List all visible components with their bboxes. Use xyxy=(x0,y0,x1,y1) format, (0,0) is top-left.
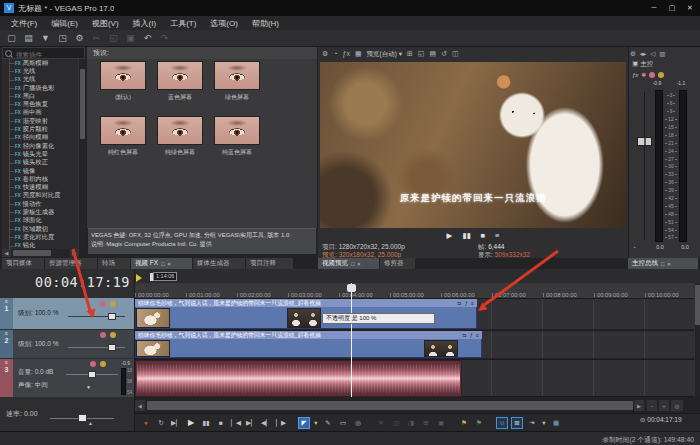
timeline-marker[interactable]: 1:14:06 xyxy=(150,272,177,281)
next-frame-button[interactable]: ▏▶ xyxy=(275,417,287,429)
timeline-time-display[interactable]: 00:04:17:19 xyxy=(2,272,130,292)
track-header-video-1[interactable]: ≡ 1 级别: 100.0 % xyxy=(0,298,134,329)
track-row-video-2[interactable]: 猫咪你毛吵啥，气到说人话，原来是护犊的带回来一只流浪猫_好看视频 ⇆ ƒ ≡ xyxy=(135,330,694,358)
scroll-right-button[interactable]: ▶ xyxy=(634,400,644,411)
menu-item[interactable]: 插入(I) xyxy=(126,18,164,29)
zoom-out-button[interactable]: − xyxy=(647,400,657,411)
level-slider-handle[interactable] xyxy=(108,344,116,351)
track-header-audio-3[interactable]: ≡ 3 -0.9 音量: 0.0 dB 声像: 中间 ▼ 183854 xyxy=(0,359,134,397)
scrollbar-thumb[interactable] xyxy=(147,401,633,410)
menu-item[interactable]: 选项(O) xyxy=(203,18,245,29)
preset-item[interactable]: 绿色屏幕 xyxy=(214,61,260,116)
hscroll-right-button[interactable]: ▶ xyxy=(70,249,79,257)
toolbar-icon[interactable]: ↷ xyxy=(159,33,170,43)
volume-slider-handle[interactable] xyxy=(88,371,96,378)
preset-item[interactable]: 纯绿色屏幕 xyxy=(157,116,203,171)
preview-toolbar-icon[interactable]: ▦ xyxy=(355,50,362,58)
track-mute-icon[interactable] xyxy=(100,332,106,338)
menu-item[interactable]: 视图(V) xyxy=(85,18,126,29)
preview-transport-button[interactable]: ▮▮ xyxy=(462,231,470,240)
insert-marker-button[interactable]: ⚑ xyxy=(458,417,470,429)
toolbar-icon[interactable]: ▢ xyxy=(6,33,17,43)
split-button[interactable]: ✕ xyxy=(375,417,387,429)
scrollbar-thumb[interactable] xyxy=(80,69,85,139)
track-menu-icon[interactable]: ≡ xyxy=(5,359,8,366)
loop-region-marker-icon[interactable] xyxy=(136,274,142,282)
ripple-dropdown-icon[interactable]: ▾ xyxy=(541,417,547,429)
level-slider-handle[interactable] xyxy=(108,313,116,320)
timeline-vscrollbar[interactable] xyxy=(694,283,700,397)
pause-button[interactable]: ▮▮ xyxy=(200,417,212,429)
menu-item[interactable]: 文件(F) xyxy=(4,18,44,29)
tab-trimmer[interactable]: 修剪器 xyxy=(380,258,416,269)
toolbar-icon[interactable]: ▣ xyxy=(125,33,136,43)
trim-start-button[interactable]: ◫ xyxy=(390,417,402,429)
quantize-to-frames-button[interactable]: ⊠ xyxy=(511,417,523,429)
timeline-hscrollbar[interactable]: ◀ ▶ − + ◎ xyxy=(135,399,700,412)
level-slider-track[interactable] xyxy=(68,347,125,348)
tab-close-icon[interactable]: × xyxy=(667,261,670,267)
master-fx-icon[interactable]: ƒx xyxy=(632,72,638,78)
video-event-2[interactable]: 猫咪你毛吵啥，气到说人话，原来是护犊的带回来一只流浪猫_好看视频 ⇆ ƒ ≡ xyxy=(135,331,482,358)
misc-tool-icon[interactable]: ▦ xyxy=(550,417,562,429)
fx-effect-item[interactable]: FX 光线 xyxy=(2,67,78,75)
pan-center-marker[interactable]: ▼ xyxy=(86,384,91,390)
fx-effect-item[interactable]: FX 柔化对比度 xyxy=(2,233,78,241)
fx-effect-item[interactable]: FX 高斯模糊 xyxy=(2,59,78,67)
zoom-tool-button[interactable]: ◎ xyxy=(352,417,364,429)
toolbar-icon[interactable]: ▼ xyxy=(40,33,51,43)
fx-effect-item[interactable]: FX 广播级色彩 xyxy=(2,84,78,92)
track-menu-icon[interactable]: ≡ xyxy=(5,330,8,337)
tab-explorer[interactable]: 资源管理器 xyxy=(45,258,98,269)
preset-item[interactable]: 纯蓝色屏幕 xyxy=(214,116,260,171)
preset-item[interactable]: 纯红色屏幕 xyxy=(100,116,146,171)
preview-toolbar-icon[interactable]: ◱ xyxy=(418,50,425,58)
track-row-audio-3[interactable] xyxy=(135,359,694,397)
toolbar-icon[interactable]: ↶ xyxy=(142,33,153,43)
go-to-end-button[interactable]: ▶▏ xyxy=(245,417,257,429)
preset-item[interactable]: 蓝色屏幕 xyxy=(157,61,203,116)
track-solo-icon[interactable] xyxy=(110,301,116,307)
hscroll-left-button[interactable]: ◀ xyxy=(2,249,11,257)
plugin-chain-icon[interactable]: ✱ xyxy=(641,71,646,78)
tab-transitions[interactable]: 转场 xyxy=(98,258,131,269)
track-solo-icon[interactable] xyxy=(100,361,106,367)
scrollbar-thumb[interactable] xyxy=(13,250,51,256)
tab-float-icon[interactable]: □ xyxy=(351,261,354,267)
event-buttons-icon[interactable]: ⇆ ƒ ≡ xyxy=(457,299,475,307)
preview-toolbar-icon[interactable]: ◔ xyxy=(333,50,337,58)
track-tab[interactable]: ≡ 3 xyxy=(0,359,13,397)
tab-close-icon[interactable]: × xyxy=(167,261,170,267)
solo-icon[interactable] xyxy=(658,72,664,78)
tab-project-media[interactable]: 项目媒体 xyxy=(2,258,45,269)
preview-toolbar-icon[interactable]: ƒx xyxy=(343,50,350,58)
master-toolbar-icon[interactable]: ⚙ xyxy=(630,50,636,58)
menu-item[interactable]: 帮助(H) xyxy=(245,18,286,29)
track-menu-icon[interactable]: ≡ xyxy=(5,298,8,305)
preview-toolbar-icon[interactable]: ⊞ xyxy=(407,50,413,58)
lock-icon[interactable]: ▪ xyxy=(634,244,636,250)
zoom-in-button[interactable]: + xyxy=(659,400,669,411)
title-bar[interactable]: V 无标题 * - VEGAS Pro 17.0 xyxy=(0,0,700,16)
fx-list-scrollbar[interactable] xyxy=(78,59,86,249)
track-tab[interactable]: ≡ 2 xyxy=(0,330,13,358)
track-solo-icon[interactable] xyxy=(110,332,116,338)
master-fader-handle[interactable] xyxy=(637,137,652,146)
tab-float-icon[interactable]: □ xyxy=(661,261,664,267)
tab-master-bus[interactable]: 主控总线 □ × xyxy=(628,258,699,269)
toolbar-icon[interactable]: ◳ xyxy=(57,33,68,43)
close-button[interactable]: ✕ xyxy=(681,0,699,15)
tab-project-notes[interactable]: 项目注释 xyxy=(246,258,294,269)
trim-end-button[interactable]: ◨ xyxy=(405,417,417,429)
group-button[interactable]: ⊞ xyxy=(420,417,432,429)
preview-transport-button[interactable]: ■ xyxy=(481,231,486,240)
loop-playback-button[interactable]: ↻ xyxy=(155,417,167,429)
play-button[interactable]: ▶ xyxy=(185,417,197,429)
edit-tool-button[interactable]: ◤ xyxy=(298,417,310,429)
rate-center-marker[interactable]: ▲ xyxy=(88,420,93,426)
maximize-button[interactable]: ▢ xyxy=(663,0,681,15)
menu-item[interactable]: 工具(T) xyxy=(163,18,203,29)
fx-effect-item[interactable]: FX 锐化 xyxy=(2,242,78,249)
envelope-tool-button[interactable]: ✎ xyxy=(322,417,334,429)
record-button[interactable]: ● xyxy=(140,417,152,429)
